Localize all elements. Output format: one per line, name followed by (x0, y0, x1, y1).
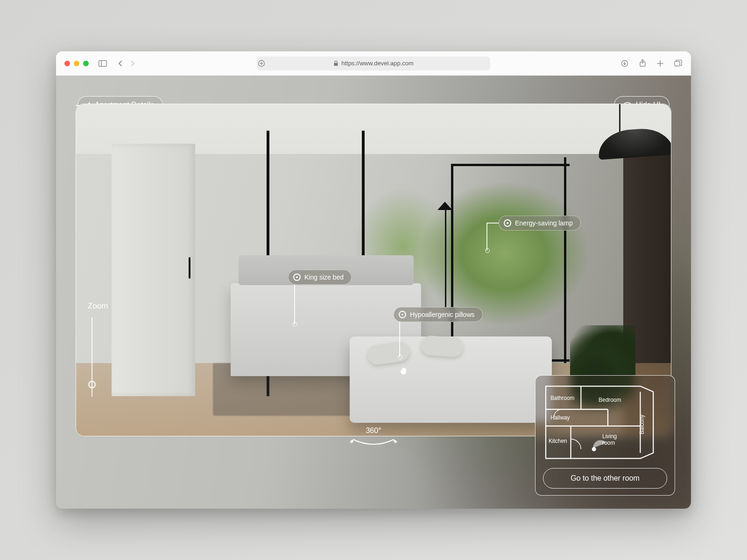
back-icon[interactable] (116, 59, 125, 68)
room-label-living-1: Living (602, 433, 617, 440)
door-graphic (112, 144, 195, 396)
goto-label: Go to the other room (571, 474, 640, 482)
hotspot-label: Energy-saving lamp (515, 219, 573, 227)
rotate-360-control[interactable]: 360° (348, 427, 399, 448)
pendant-lamp-graphic (577, 104, 647, 160)
window-controls (64, 61, 89, 66)
target-icon (504, 219, 511, 227)
minimize-window-button[interactable] (74, 61, 79, 66)
new-tab-icon[interactable] (655, 59, 665, 68)
hotspot-leader (294, 283, 295, 324)
hotspot-label: Hypoallergenic pillows (410, 311, 475, 318)
room-label-hallway: Hallway (550, 414, 570, 421)
zoom-handle[interactable] (88, 381, 96, 388)
maximize-window-button[interactable] (83, 61, 89, 66)
room-label-balcony: Balcony (639, 414, 645, 434)
zoom-label: Zoom (88, 301, 108, 311)
hotspot-energy-saving-lamp[interactable]: Energy-saving lamp (499, 216, 581, 231)
site-settings-icon[interactable] (257, 59, 266, 68)
target-icon (399, 311, 406, 318)
hotspot-leader (399, 321, 400, 357)
svg-point-20 (592, 447, 596, 451)
hotspot-label: King size bed (304, 273, 344, 281)
svg-rect-2 (334, 63, 338, 66)
download-icon[interactable] (620, 59, 629, 68)
svg-rect-0 (99, 60, 107, 66)
nav-arrows (116, 59, 137, 68)
sidebar-toggle-icon[interactable] (98, 59, 107, 68)
minimap-panel: Bathroom Bedroom Hallway Kitchen Living … (535, 375, 675, 496)
address-bar[interactable]: https://www.devel.app.com (257, 56, 490, 70)
rotate-arrows-icon (348, 437, 399, 448)
room-label-bedroom: Bedroom (599, 397, 621, 403)
titlebar: https://www.devel.app.com (56, 51, 691, 76)
zoom-slider[interactable] (92, 317, 92, 397)
target-icon (293, 273, 301, 281)
hotspot-hypoallergenic-pillows[interactable]: Hypoallergenic pillows (394, 307, 483, 322)
forward-icon[interactable] (128, 59, 137, 68)
tabs-icon[interactable] (673, 59, 683, 68)
close-window-button[interactable] (64, 61, 70, 66)
lock-icon (333, 61, 338, 66)
viewport: Apartment Details Hide UI (56, 76, 691, 509)
rotate-label: 360° (348, 427, 399, 435)
room-label-living-2: room (602, 440, 615, 446)
hotspot-king-size-bed[interactable]: King size bed (288, 270, 352, 285)
hotspot-leader (486, 223, 487, 251)
go-to-other-room-button[interactable]: Go to the other room (543, 468, 667, 489)
share-icon[interactable] (638, 59, 647, 68)
room-label-bathroom: Bathroom (550, 395, 575, 401)
floorplan[interactable]: Bathroom Bedroom Hallway Kitchen Living … (543, 383, 667, 462)
room-label-kitchen: Kitchen (549, 438, 567, 444)
grab-cursor-icon (399, 366, 409, 378)
url-text: https://www.devel.app.com (341, 60, 414, 67)
zoom-control: Zoom (88, 301, 108, 397)
svg-rect-12 (675, 62, 680, 66)
browser-window: https://www.devel.app.com Apartment Deta (56, 51, 691, 509)
